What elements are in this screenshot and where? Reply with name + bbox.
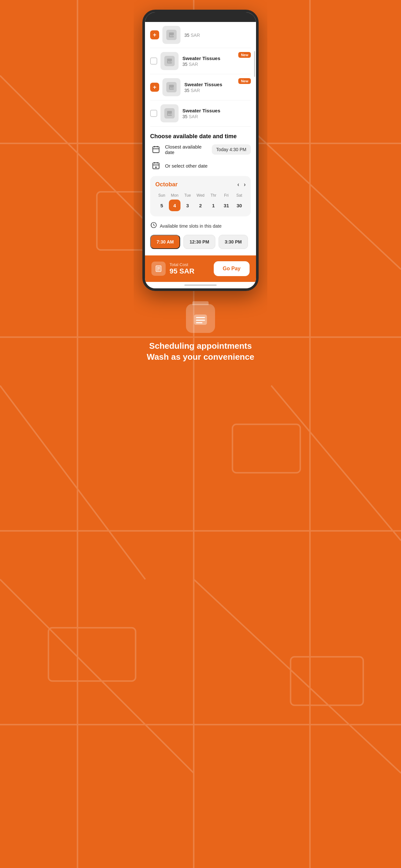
list-item: Sweater Tissues 35 SAR	[150, 100, 251, 127]
section-title: Choose available date and time	[145, 127, 256, 144]
product-image-placeholder	[166, 82, 177, 92]
calendar-day-wed[interactable]: Wed 2	[194, 193, 207, 211]
calendar-day-sun[interactable]: Sun 5	[155, 193, 168, 211]
time-slots-section: Available time slots in this date 7:30 A…	[145, 221, 256, 255]
other-date-row: Or select other date	[150, 160, 251, 172]
svg-rect-35	[196, 317, 205, 318]
calendar-month: Octobar	[155, 181, 178, 188]
other-date-label: Or select other date	[165, 163, 251, 168]
calendar-days: Sun 5 Mon 4 Tue 3 Wed	[155, 193, 246, 211]
product-image	[160, 104, 179, 122]
calendar-nav: ‹ ›	[237, 181, 246, 188]
product-image-placeholder	[164, 108, 175, 119]
bottom-bar: Total Cost 95 SAR Go Pay	[145, 255, 256, 282]
product-image	[160, 52, 179, 70]
product-checkbox[interactable]	[150, 110, 157, 117]
product-info: Sweater Tissues 35 SAR	[182, 108, 251, 119]
product-price: 35 SAR	[182, 62, 251, 67]
product-price: 35 SAR	[184, 88, 251, 93]
calendar-day-sat[interactable]: Sat 30	[233, 193, 246, 211]
day-num-4[interactable]: 4	[169, 199, 181, 211]
promo-title-line2: Wash as your convenience	[147, 352, 254, 362]
total-section: Total Cost 95 SAR	[151, 261, 194, 276]
closest-date-value[interactable]: Today 4:30 PM	[212, 144, 251, 155]
total-info: Total Cost 95 SAR	[169, 262, 194, 275]
product-image	[162, 26, 181, 44]
promo-title: Scheduling appointments Wash as your con…	[147, 341, 254, 363]
clock-icon	[150, 221, 157, 230]
list-item: + 35 SAR	[150, 22, 251, 48]
calendar-header: Octobar ‹ ›	[155, 181, 246, 188]
currency-label: SAR	[189, 114, 198, 119]
svg-rect-37	[196, 322, 203, 323]
time-slot-730am[interactable]: 7:30 AM	[150, 235, 180, 249]
scroll-bar[interactable]	[254, 51, 255, 77]
list-item: + Sweater Tissues 35 SAR New	[150, 74, 251, 100]
time-slot-330pm[interactable]: 3:30 PM	[219, 235, 248, 249]
calendar-day-thr[interactable]: Thr 1	[207, 193, 220, 211]
day-num-31[interactable]: 31	[220, 199, 232, 211]
time-slots-label: Available time slots in this date	[160, 223, 221, 228]
product-image-placeholder	[166, 30, 177, 40]
day-name-sat: Sat	[236, 193, 242, 197]
new-badge: New	[238, 52, 251, 58]
day-name-thr: Thr	[211, 193, 216, 197]
product-price: 35 SAR	[182, 114, 251, 119]
date-section: Closest available date Today 4:30 PM	[145, 144, 256, 172]
phone-notch-inner	[181, 15, 220, 22]
calendar-icon	[150, 144, 162, 155]
calendar-day-mon[interactable]: Mon 4	[168, 193, 181, 211]
add-button[interactable]: +	[150, 30, 159, 39]
product-image-placeholder	[164, 56, 175, 66]
product-checkbox[interactable]	[150, 58, 157, 65]
product-name: Sweater Tissues	[182, 108, 251, 113]
currency-label: SAR	[189, 62, 198, 67]
product-list: + 35 SAR	[145, 22, 256, 127]
day-name-fri: Fri	[224, 193, 228, 197]
time-slots-list: 7:30 AM 12:30 PM 3:30 PM	[150, 235, 251, 249]
calendar-day-fri[interactable]: Fri 31	[220, 193, 233, 211]
total-amount: 95 SAR	[169, 267, 194, 275]
currency-label: SAR	[190, 33, 200, 38]
product-price: 35 SAR	[184, 33, 251, 38]
calendar-day-tue[interactable]: Tue 3	[181, 193, 194, 211]
day-name-tue: Tue	[184, 193, 191, 197]
day-name-mon: Mon	[171, 193, 178, 197]
add-button[interactable]: +	[150, 83, 159, 92]
promo-section: Scheduling appointments Wash as your con…	[141, 304, 261, 363]
closest-date-row: Closest available date Today 4:30 PM	[150, 144, 251, 155]
prev-month-button[interactable]: ‹	[237, 181, 239, 188]
home-indicator	[184, 284, 217, 286]
receipt-icon	[151, 261, 166, 276]
product-info: 35 SAR	[184, 32, 251, 38]
calendar-container: Octobar ‹ › Sun 5 Mon 4	[150, 176, 251, 216]
day-num-1[interactable]: 1	[208, 199, 219, 211]
svg-rect-36	[196, 320, 205, 321]
calendar-add-icon	[150, 160, 162, 172]
go-pay-button[interactable]: Go Pay	[214, 261, 250, 276]
phone-notch	[145, 12, 256, 22]
day-name-sun: Sun	[158, 193, 165, 197]
currency-label: SAR	[190, 88, 200, 93]
product-image	[162, 78, 181, 96]
day-num-5[interactable]: 5	[156, 199, 167, 211]
time-slot-1230pm[interactable]: 12:30 PM	[183, 235, 215, 249]
page-wrapper: + 35 SAR	[134, 0, 267, 382]
list-item: Sweater Tissues 35 SAR New	[150, 48, 251, 74]
phone-content: + 35 SAR	[145, 22, 256, 288]
closest-date-label: Closest available date	[165, 144, 212, 155]
day-num-30[interactable]: 30	[234, 199, 245, 211]
promo-icon	[186, 304, 215, 333]
promo-title-line1: Scheduling appointments	[149, 341, 252, 351]
day-num-2[interactable]: 2	[195, 199, 206, 211]
day-num-3[interactable]: 3	[182, 199, 193, 211]
total-cost-label: Total Cost	[169, 262, 194, 267]
day-name-wed: Wed	[197, 193, 204, 197]
svg-rect-17	[153, 147, 159, 152]
new-badge: New	[238, 78, 251, 84]
next-month-button[interactable]: ›	[244, 181, 246, 188]
phone-bottom-bar	[145, 282, 256, 288]
time-slots-header: Available time slots in this date	[150, 221, 251, 230]
phone-frame: + 35 SAR	[143, 10, 258, 291]
